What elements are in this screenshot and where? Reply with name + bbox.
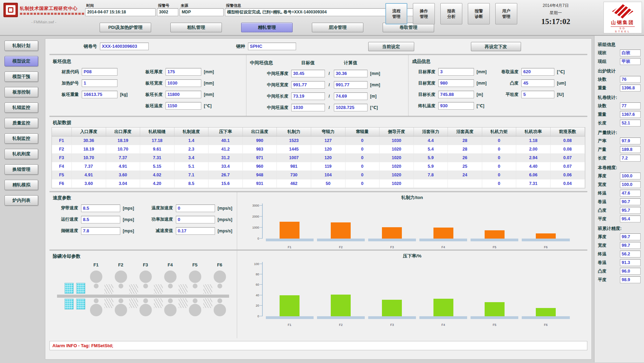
right-stat-value-0-1: 甲班 [620, 58, 641, 65]
sidebar-item-10[interactable]: 炉内列表 [4, 195, 38, 206]
stand-cell-F1-8: 127 [311, 136, 345, 145]
sidebar-item-1[interactable]: 模型设定 [4, 56, 38, 66]
stand-label-F2: F2 [114, 262, 128, 267]
alarm-bar: Alarm INFO - Tag: FMSetStd; [49, 341, 587, 350]
stand-cell-F6-3: 4.20 [140, 179, 174, 188]
right-stat-item-5-4: 凸度96.0 [598, 268, 641, 275]
inter-calc-1[interactable]: 991.77 [334, 81, 368, 89]
inter-target-0[interactable]: 30.45 [291, 70, 325, 77]
sidebar-item-7[interactable]: 轧机刚度 [4, 149, 38, 159]
field-label-product-1-0: 目标宽度 [412, 80, 436, 86]
stand-label-F4: F4 [163, 262, 177, 267]
right-stat-value-3-0: 97.9 [620, 138, 641, 144]
stand-label-F6: F6 [213, 262, 227, 267]
sidebar-item-4[interactable]: 轧辊监控 [4, 102, 38, 113]
right-stat-item-0-0: 现班白班 [598, 50, 641, 56]
module-button-4[interactable]: 用户管理 [495, 3, 517, 24]
header-field-1: 报警号3002 [157, 3, 178, 16]
backup-roll-icon [139, 304, 152, 316]
field-input-product-2-1[interactable]: 5 [521, 91, 554, 98]
sidebar-item-0[interactable]: 轧制计划 [4, 41, 38, 51]
spray-hatch-icon [203, 298, 212, 308]
top-header: 轧制技术国家工程研究中心 - FMMain.swf - 时间2014-04-07… [0, 0, 644, 36]
spray-hatch-icon [129, 284, 138, 294]
stand-cell-F2-1: 18.19 [72, 145, 106, 153]
grade-field[interactable]: SPHC [248, 43, 296, 50]
field-input-product-2-0[interactable]: 745.88 [438, 91, 474, 98]
field-input-product-0-0[interactable]: 3 [438, 68, 474, 76]
stand-cell-F3-7: 1007 [277, 153, 311, 162]
x-tick-label: F6 [520, 245, 571, 249]
right-stat-value-4-5: 95.4 [620, 216, 641, 222]
x-tick-label: F3 [366, 245, 418, 249]
sidebar-item-5[interactable]: 质量监控 [4, 118, 38, 128]
stand-cell-F6-15: 0.04 [550, 179, 585, 188]
right-stat-label-3-1: 产量 [598, 147, 607, 153]
module-buttons: 流程管理操作管理报表分析报警诊断用户管理 [385, 3, 517, 24]
coil-no-field[interactable]: XXX-1400309603 [100, 43, 149, 50]
sidebar-item-9[interactable]: 精轧模拟 [4, 180, 38, 190]
field-input-speed-2-0[interactable]: 7.8 [81, 227, 120, 235]
stand-cell-F3-0: F3 [52, 153, 72, 162]
resend-setting-button[interactable]: 再设定下发 [471, 42, 521, 51]
inter-calc-3[interactable]: 1028.725 [334, 104, 368, 111]
sidebar-item-6[interactable]: 轧制监控 [4, 133, 38, 144]
inter-calc-2[interactable]: 74.69 [334, 92, 368, 100]
backup-roll-icon [115, 304, 127, 316]
field-input-slab-2-0[interactable]: 16613.75 [82, 91, 117, 98]
field-label-slab-1-0: 加热炉号 [53, 80, 79, 86]
field-input-slab-0-0[interactable]: P08 [82, 68, 117, 76]
work-roll-icon [94, 284, 99, 288]
field-unit-speed-0-1: [mps/s] [218, 206, 238, 211]
current-setting-button[interactable]: 当前设定 [368, 42, 414, 51]
x-baseline [471, 239, 518, 241]
field-input-slab-3-1[interactable]: 1150 [166, 102, 201, 110]
nav-tab-0[interactable]: PDI及加热炉管理 [100, 23, 151, 32]
field-input-product-3-0[interactable]: 930 [438, 102, 474, 110]
stand-col-header-10: 侧导开度 [380, 128, 414, 136]
stand-cell-F1-1: 30.36 [72, 136, 106, 145]
field-input-speed-2-1[interactable]: 0.17 [176, 227, 215, 235]
field-input-slab-0-1[interactable]: 175 [166, 68, 201, 76]
inter-target-2[interactable]: 73.19 [291, 92, 325, 100]
stand-cell-F3-8: 120 [311, 153, 345, 162]
right-stat-item-3-0: 产率97.9 [598, 138, 641, 144]
nav-tab-3[interactable]: 层冷管理 [312, 23, 363, 32]
module-button-3[interactable]: 报警诊断 [468, 3, 490, 24]
field-input-speed-0-1[interactable]: 0 [176, 205, 215, 212]
descale-title: 除磷冷却参数 [49, 251, 237, 260]
field-input-slab-2-1[interactable]: 11800 [166, 91, 201, 98]
module-button-1[interactable]: 操作管理 [413, 3, 435, 24]
org-name: 轧制技术国家工程研究中心 [20, 6, 84, 12]
field-input-product-1-1[interactable]: 45 [521, 79, 554, 87]
stand-cell-F1-11: 4.4 [414, 136, 448, 145]
sidebar-item-8[interactable]: 换辊管理 [4, 164, 38, 175]
inter-unit-0: [mm] [370, 71, 387, 76]
field-input-product-1-0[interactable]: 980 [438, 79, 474, 87]
field-input-slab-1-0[interactable]: 1 [82, 79, 117, 87]
right-stat-value-1-1: 1396.8 [620, 85, 641, 91]
stand-cell-F5-0: F5 [52, 170, 72, 179]
nav-tab-1[interactable]: 粗轧管理 [170, 23, 222, 32]
field-input-speed-1-0[interactable]: 8.5 [81, 216, 120, 223]
module-button-2[interactable]: 报表分析 [440, 3, 462, 24]
inter-calc-0[interactable]: 30.36 [334, 70, 368, 77]
sidebar-item-3[interactable]: 板形控制 [4, 87, 38, 97]
bottom-row: 除磷冷却参数 F1F2F3F4F5F6 压下率/%020406080100F1F… [49, 250, 587, 338]
x-baseline [317, 239, 365, 241]
module-button-0[interactable]: 流程管理 [385, 3, 407, 24]
inter-target-3[interactable]: 1030 [291, 104, 325, 111]
chart-title: 压下率/% [237, 251, 587, 259]
stand-cell-F3-1: 10.70 [72, 153, 106, 162]
field-input-product-0-1[interactable]: 620 [521, 68, 554, 76]
info-panels: 板坯信息 材质代码P08板坯厚度175[mm]加热炉号1板坯宽度1030[mm]… [49, 54, 587, 116]
bar-F3 [382, 227, 402, 238]
sidebar-item-2[interactable]: 模型干预 [4, 72, 38, 82]
inter-target-1[interactable]: 991.77 [291, 81, 325, 89]
product-info-panel: 成品信息 目标厚度3[mm]卷取温度620[℃]目标宽度980[mm]凸度45[… [408, 55, 587, 116]
nav-tab-2[interactable]: 精轧管理 [241, 23, 293, 32]
field-input-speed-0-0[interactable]: 8.5 [81, 205, 120, 212]
field-input-speed-1-1[interactable]: 0 [176, 216, 215, 223]
field-input-slab-1-1[interactable]: 1030 [166, 79, 201, 87]
right-stat-label-2-1: 重量 [598, 112, 607, 118]
